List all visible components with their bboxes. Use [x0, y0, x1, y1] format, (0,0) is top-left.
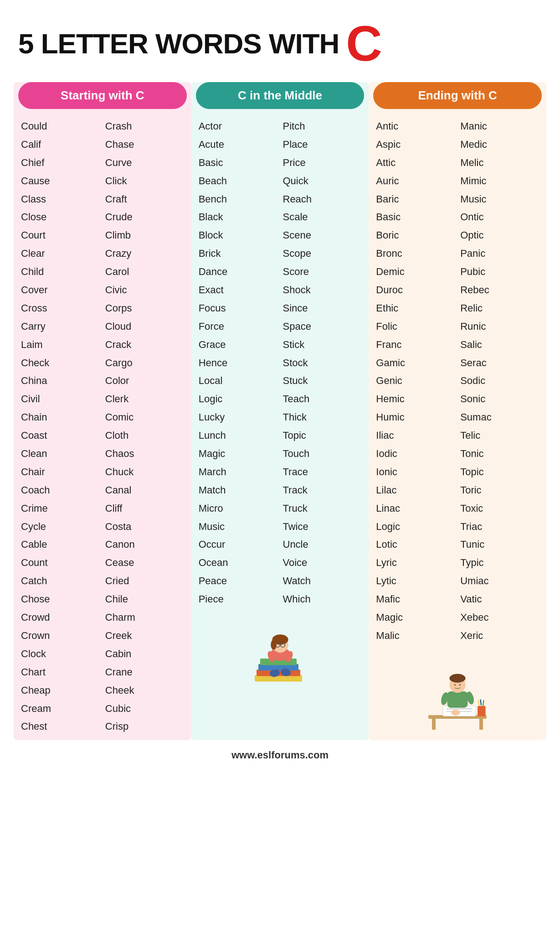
svg-rect-21 [478, 706, 486, 716]
list-item: Malic [373, 627, 457, 645]
list-item: Could [18, 117, 103, 135]
starting-header: Starting with C [18, 82, 187, 109]
list-item: Clock [18, 645, 103, 663]
list-item: Cried [103, 572, 187, 590]
list-item: Medic [457, 135, 542, 154]
list-item: Charm [103, 608, 187, 627]
list-item: Curve [103, 154, 187, 172]
list-item: Magic [196, 445, 280, 463]
list-item: Pitch [280, 117, 365, 135]
footer: www.eslforums.com [14, 749, 546, 761]
list-item: Chaos [103, 445, 187, 463]
list-item: Typic [457, 554, 542, 572]
list-item: Chuck [103, 463, 187, 481]
list-item: Topic [457, 463, 542, 481]
list-item: Clerk [103, 390, 187, 408]
list-item: Serac [457, 354, 542, 372]
list-item: Canal [103, 481, 187, 499]
list-item: Crisp [103, 717, 187, 736]
page-header: 5 LETTER WORDS WITH C [14, 18, 546, 68]
list-item: China [18, 372, 103, 390]
list-item: Toric [457, 481, 542, 499]
list-item: Cloud [103, 317, 187, 336]
ending-word-grid: AnticManicAspicMedicAtticMelicAuricMimic… [373, 117, 542, 645]
list-item: Ontic [457, 208, 542, 226]
list-item: Civil [18, 390, 103, 408]
list-item: Color [103, 372, 187, 390]
list-item: Lyric [373, 554, 457, 572]
svg-point-28 [454, 684, 456, 685]
list-item: Black [196, 208, 280, 226]
list-item: Crown [18, 627, 103, 645]
list-item: Quick [280, 172, 365, 190]
list-item: Rebec [457, 281, 542, 299]
list-item: Catch [18, 572, 103, 590]
list-item: Sodic [457, 372, 542, 390]
list-item: Bronc [373, 244, 457, 263]
list-item: Scene [280, 226, 365, 244]
list-item: Music [457, 190, 542, 208]
list-item: Creek [103, 627, 187, 645]
list-item: Chart [18, 663, 103, 681]
footer-url: www.eslforums.com [231, 749, 329, 761]
list-item: Clear [18, 244, 103, 263]
list-item: Xebec [457, 608, 542, 627]
list-item: Relic [457, 299, 542, 317]
list-item: Mimic [457, 172, 542, 190]
list-item: Triac [457, 518, 542, 536]
list-item: March [196, 463, 280, 481]
column-ending: Ending with C AnticManicAspicMedicAtticM… [369, 82, 546, 740]
list-item: Cubic [103, 700, 187, 718]
list-item: Carry [18, 317, 103, 336]
list-item: Cause [18, 172, 103, 190]
svg-line-22 [478, 700, 479, 706]
list-item: Antic [373, 117, 457, 135]
svg-point-32 [452, 710, 460, 716]
svg-rect-25 [447, 691, 468, 708]
list-item: Calif [18, 135, 103, 154]
letter-c: C [346, 18, 382, 68]
list-item: Chair [18, 463, 103, 481]
list-item: Since [280, 299, 365, 317]
list-item: Umiac [457, 572, 542, 590]
list-item: Franc [373, 336, 457, 354]
svg-rect-16 [432, 719, 436, 730]
list-item: Chief [18, 154, 103, 172]
list-item: Duroc [373, 281, 457, 299]
list-item: Iliac [373, 426, 457, 445]
list-item: Trace [280, 463, 365, 481]
svg-rect-17 [479, 719, 483, 730]
list-item: Court [18, 226, 103, 244]
list-item: Cease [103, 554, 187, 572]
svg-line-23 [481, 699, 482, 705]
list-item: Micro [196, 499, 280, 518]
list-item: Crazy [103, 244, 187, 263]
list-item: Click [103, 172, 187, 190]
column-middle: C in the Middle ActorPitchAcutePlaceBasi… [191, 82, 369, 740]
list-item: Topic [280, 426, 365, 445]
list-item: Chose [18, 590, 103, 608]
list-item: Lilac [373, 481, 457, 499]
list-item: Brick [196, 244, 280, 263]
list-item: Ocean [196, 554, 280, 572]
list-item: Music [196, 518, 280, 536]
list-item: Place [280, 135, 365, 154]
list-item: Auric [373, 172, 457, 190]
list-item: Aspic [373, 135, 457, 154]
list-item: Gamic [373, 354, 457, 372]
list-item: Ionic [373, 463, 457, 481]
list-item: Mafic [373, 590, 457, 608]
list-item: Match [196, 481, 280, 499]
list-item: Basic [196, 154, 280, 172]
list-item: Crude [103, 208, 187, 226]
list-item: Linac [373, 499, 457, 518]
list-item: Shock [280, 281, 365, 299]
list-item: Tonic [457, 445, 542, 463]
list-item: Acute [196, 135, 280, 154]
list-item: Cross [18, 299, 103, 317]
list-item: Cargo [103, 354, 187, 372]
list-item: Watch [280, 572, 365, 590]
list-item: Magic [373, 608, 457, 627]
list-item: Hence [196, 354, 280, 372]
list-item: Count [18, 554, 103, 572]
